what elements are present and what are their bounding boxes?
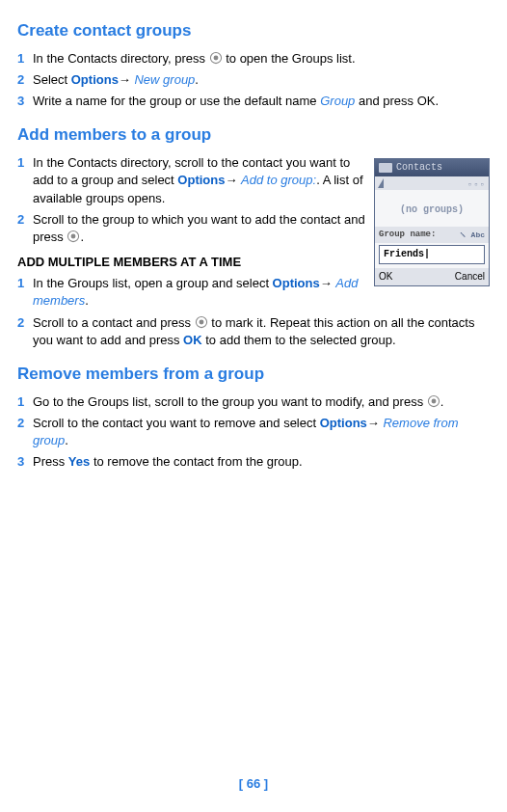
- step-text: Scroll to the group to which you want to…: [33, 211, 366, 246]
- phone-screenshot: Contacts ▫▫▫ (no groups) Group name: ⟍ A…: [374, 158, 490, 286]
- section-create-contact-groups: Create contact groups 1 In the Contacts …: [17, 19, 490, 110]
- contacts-card-icon: [379, 163, 392, 173]
- step-2-1: 1 In the Contacts directory, scroll to t…: [17, 154, 366, 207]
- text-post: and press OK.: [355, 94, 439, 108]
- section-add-members: Add members to a group Contacts ▫▫▫ (no …: [17, 123, 490, 349]
- step-3-1: 1 Go to the Groups list, scroll to the g…: [17, 393, 490, 411]
- heading-add: Add members to a group: [17, 123, 490, 147]
- arrow-icon: →: [119, 72, 135, 87]
- group-name-label: Group name:: [379, 229, 436, 241]
- text-pre: Write a name for the group or use the de…: [33, 94, 320, 108]
- phone-field-label: Group name: ⟍ Abc: [375, 227, 489, 243]
- svg-point-1: [213, 56, 218, 61]
- step-text: In the Contacts directory, press to open…: [33, 50, 490, 68]
- svg-point-3: [71, 234, 76, 239]
- step-number: 2: [17, 71, 33, 89]
- text-pre: Scroll to the contact you want to remove…: [33, 416, 320, 430]
- phone-title: Contacts: [396, 161, 442, 175]
- text-post: to remove the contact from the group.: [90, 454, 302, 469]
- softkey-ok: OK: [379, 270, 392, 284]
- text-pre: In the Contacts directory, press: [33, 51, 209, 66]
- step-2-2: 2 Scroll to the group to which you want …: [17, 211, 366, 246]
- substep-1: 1 In the Groups list, open a group and s…: [17, 275, 366, 310]
- yes-keyword: Yes: [68, 454, 90, 469]
- step-number: 1: [17, 393, 33, 411]
- input-mode-icon: ⟍ Abc: [459, 230, 485, 240]
- step-1-1: 1 In the Contacts directory, press to op…: [17, 50, 490, 68]
- step-number: 1: [17, 275, 33, 310]
- center-key-icon: [209, 51, 223, 65]
- step-1-3: 3 Write a name for the group or use the …: [17, 93, 490, 110]
- step-text: Go to the Groups list, scroll to the gro…: [33, 393, 490, 411]
- svg-point-7: [431, 399, 436, 404]
- step-3-2: 2 Scroll to the contact you want to remo…: [17, 415, 490, 449]
- step-text: Scroll to a contact and press to mark it…: [33, 314, 490, 349]
- menu-item: Add to group:: [241, 173, 316, 187]
- step-number: 3: [17, 93, 33, 110]
- arrow-icon: →: [225, 173, 241, 187]
- substep-2: 2 Scroll to a contact and press to mark …: [17, 314, 490, 349]
- phone-input-field: Friends|: [379, 245, 485, 264]
- step-1-2: 2 Select Options→ New group.: [17, 71, 490, 89]
- text-post: .: [85, 293, 89, 308]
- step-text: Scroll to the contact you want to remove…: [33, 415, 490, 449]
- step-text: Press Yes to remove the contact from the…: [33, 453, 490, 471]
- center-key-icon: [195, 315, 208, 329]
- phone-titlebar: Contacts: [375, 159, 489, 176]
- text-pre: Go to the Groups list, scroll to the gro…: [33, 394, 427, 409]
- phone-statusbar: ▫▫▫: [375, 176, 489, 190]
- center-key-icon: [67, 230, 80, 243]
- step-text: In the Groups list, open a group and sel…: [33, 275, 366, 310]
- step-number: 2: [17, 314, 33, 349]
- step-number: 1: [17, 50, 33, 68]
- options-keyword: Options: [71, 72, 119, 87]
- text-post: .: [440, 394, 444, 409]
- step-text: Select Options→ New group.: [33, 71, 490, 89]
- options-keyword: Options: [177, 173, 225, 187]
- step-text: Write a name for the group or use the de…: [33, 93, 490, 110]
- arrow-icon: →: [367, 416, 384, 430]
- text-pre: Select: [33, 72, 71, 87]
- heading-create: Create contact groups: [17, 19, 490, 42]
- section-remove-members: Remove members from a group 1 Go to the …: [17, 363, 490, 472]
- text-post: to open the Groups list.: [223, 51, 356, 66]
- step-number: 2: [17, 415, 33, 449]
- softkey-cancel: Cancel: [455, 270, 485, 284]
- text-post: .: [65, 433, 68, 447]
- text-pre: Scroll to a contact and press: [33, 315, 195, 330]
- signal-icon: [378, 178, 384, 188]
- step-text: In the Contacts directory, scroll to the…: [33, 154, 366, 207]
- text-post: .: [195, 72, 199, 87]
- menu-item: New group: [134, 72, 195, 87]
- page-number: [ 66 ]: [0, 775, 507, 793]
- phone-softkeys: OK Cancel: [375, 268, 489, 285]
- step-number: 1: [17, 154, 33, 207]
- svg-point-5: [199, 320, 203, 325]
- step-number: 3: [17, 453, 33, 471]
- center-key-icon: [427, 394, 440, 408]
- heading-remove: Remove members from a group: [17, 363, 490, 386]
- step-3-3: 3 Press Yes to remove the contact from t…: [17, 453, 490, 471]
- phone-empty-text: (no groups): [375, 190, 489, 227]
- arrow-icon: →: [320, 276, 336, 290]
- default-name: Group: [320, 94, 355, 108]
- step-number: 2: [17, 211, 33, 246]
- options-keyword: Options: [320, 416, 367, 430]
- battery-icon: ▫▫▫: [467, 179, 486, 192]
- text-pre: In the Groups list, open a group and sel…: [33, 276, 273, 290]
- text-post: to add them to the selected group.: [202, 333, 396, 347]
- text-post: .: [80, 230, 84, 244]
- options-keyword: Options: [273, 276, 320, 290]
- ok-keyword: OK: [183, 333, 202, 347]
- text-pre: Press: [33, 454, 68, 469]
